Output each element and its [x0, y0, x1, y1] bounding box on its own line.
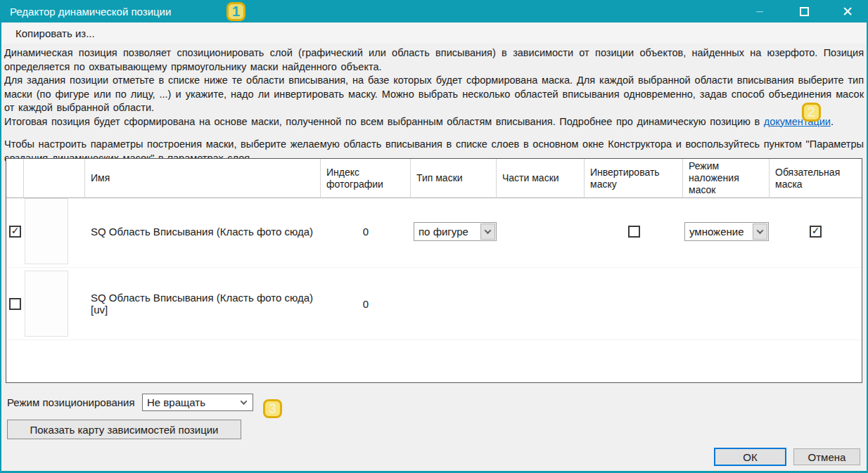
row1-mask-type-select[interactable]: по фигуре — [414, 222, 497, 241]
cancel-button[interactable]: Отмена — [793, 448, 860, 465]
header-invert-mask: Инвертировать маску — [585, 159, 683, 198]
row2-invert-mask-cell — [585, 268, 683, 339]
row2-select-checkbox[interactable] — [9, 298, 21, 310]
layers-table: Имя Индекс фотографии Тип маски Части ма… — [6, 158, 862, 383]
maximize-icon — [800, 7, 809, 16]
positioning-mode-select[interactable]: Не вращать — [142, 394, 253, 411]
positioning-mode-label: Режим позиционирования — [7, 396, 135, 408]
row1-invert-mask-checkbox[interactable] — [628, 226, 640, 238]
intro-paragraph-1: Динамическая позиция позволяет спозицион… — [4, 46, 864, 74]
minimize-icon: – — [756, 4, 762, 18]
chevron-down-icon — [480, 223, 495, 240]
table-row[interactable]: SQ Область Вписывания (Класть фото сюда)… — [6, 268, 862, 340]
row1-layer-name: SQ Область Вписывания (Класть фото сюда) — [85, 195, 321, 267]
row1-select-checkbox[interactable]: ✓ — [9, 226, 21, 238]
chevron-down-icon — [234, 400, 253, 405]
header-blend-mode: Режим наложения масок — [683, 159, 770, 198]
header-photo-index: Индекс фотографии — [321, 159, 411, 198]
annotation-badge-3: 3 — [263, 399, 282, 418]
row1-photo-index: 0 — [321, 195, 411, 267]
show-dependency-map-button[interactable]: Показать карту зависимостей позиции — [7, 420, 241, 439]
row1-required-mask-checkbox[interactable]: ✓ — [810, 226, 822, 238]
intro-paragraph-3-period: . — [831, 116, 834, 127]
row2-thumbnail — [25, 271, 68, 337]
row1-thumbnail — [25, 198, 68, 264]
row2-layer-name: SQ Область Вписывания (Класть фото сюда)… — [85, 268, 321, 339]
table-row[interactable]: ✓ SQ Область Вписывания (Класть фото сюд… — [6, 195, 862, 268]
header-name: Имя — [85, 159, 321, 198]
annotation-badge-2: 2 — [802, 103, 821, 122]
header-select-column — [6, 159, 24, 198]
chevron-down-icon — [753, 223, 767, 240]
row2-required-mask-cell — [770, 268, 862, 339]
checkmark-icon: ✓ — [812, 226, 820, 235]
close-icon: ✕ — [842, 4, 853, 20]
positioning-mode-value: Не вращать — [143, 396, 234, 408]
table-header-row: Имя Индекс фотографии Тип маски Части ма… — [6, 159, 862, 195]
maximize-button[interactable] — [792, 0, 816, 22]
intro-paragraph-3: Итоговая позиция будет сформирована на о… — [4, 115, 864, 129]
row2-mask-parts-cell — [497, 268, 585, 339]
annotation-badge-1: 1 — [226, 2, 245, 21]
intro-paragraph-2: Для задания позиции отметьте в списке ни… — [4, 74, 864, 115]
row1-mask-parts-cell — [497, 195, 585, 267]
intro-paragraph-3-text: Итоговая позиция будет сформирована на о… — [4, 116, 764, 127]
minimize-button[interactable]: – — [748, 0, 772, 22]
checkmark-icon: ✓ — [11, 226, 20, 235]
header-required-mask: Обязательная маска — [770, 159, 862, 198]
row1-mask-type-value: по фигуре — [414, 223, 480, 240]
header-thumbnail-column — [24, 159, 85, 198]
description-text: Динамическая позиция позволяет спозицион… — [4, 46, 864, 165]
header-mask-type: Тип маски — [411, 159, 497, 198]
ok-button[interactable]: ОК — [714, 448, 786, 466]
menu-item-copy-from[interactable]: Копировать из... — [1, 27, 95, 39]
dynamic-position-editor-dialog: Редактор динамической позиции – ✕ Копиро… — [0, 0, 868, 473]
row2-photo-index: 0 — [321, 268, 411, 339]
close-button[interactable]: ✕ — [836, 0, 860, 22]
row2-mask-type-cell — [411, 268, 497, 339]
title-bar: Редактор динамической позиции – ✕ — [0, 0, 868, 22]
row2-blend-mode-cell — [683, 268, 770, 339]
window-title: Редактор динамической позиции — [10, 6, 171, 18]
row1-blend-mode-select[interactable]: умножение — [684, 222, 769, 241]
header-mask-parts: Части маски — [497, 159, 585, 198]
menu-strip: Копировать из... — [1, 22, 867, 44]
row1-blend-mode-value: умножение — [685, 223, 752, 240]
